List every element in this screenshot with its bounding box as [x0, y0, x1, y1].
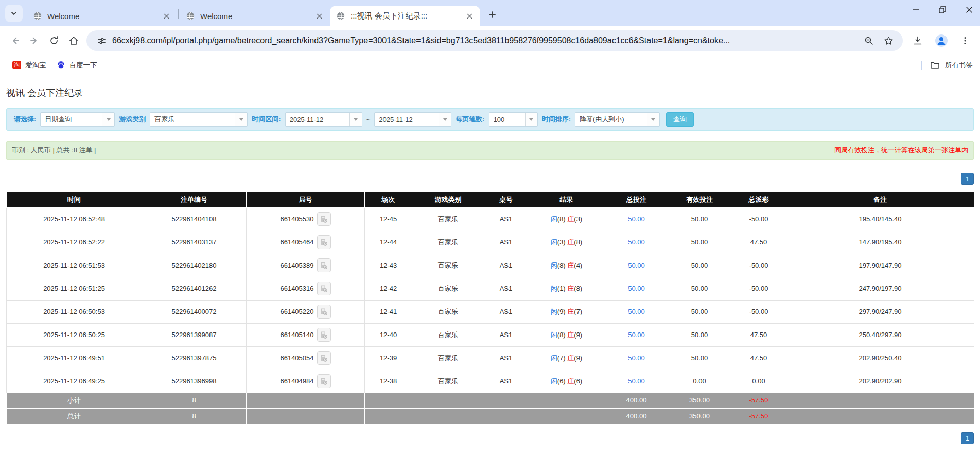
subtotal-cell-9: -57.50: [731, 393, 786, 408]
reload-icon[interactable]: [44, 31, 64, 50]
query-type-value[interactable]: [41, 113, 102, 126]
table-row: 2025-11-12 06:51:25522961401262661405316…: [7, 277, 974, 300]
new-tab-button[interactable]: [484, 7, 500, 22]
valid-bet-cell: 50.00: [668, 323, 731, 346]
bookmark-baidu[interactable]: 百度一下: [51, 59, 102, 72]
site-info-icon[interactable]: [93, 32, 110, 49]
video-replay-icon[interactable]: [317, 351, 331, 365]
column-header: 备注: [786, 192, 974, 207]
browser-tab-2[interactable]: Welcome: [180, 6, 330, 26]
bookmark-star-icon[interactable]: [880, 32, 897, 49]
browser-tab-3[interactable]: :::视讯 会员下注纪录:::: [330, 6, 480, 26]
back-icon[interactable]: [5, 31, 25, 50]
url-text[interactable]: 66cxkj98.com/ipl/portal.php/game/betreco…: [112, 36, 861, 45]
round-id-text: 661405220: [280, 308, 313, 315]
total-bet-link[interactable]: 50.00: [628, 308, 645, 315]
currency-summary-text: 币别 : 人民币 | 总共 :8 注单 |: [12, 146, 96, 155]
menu-dots-icon[interactable]: [955, 31, 975, 50]
downloads-icon[interactable]: [908, 31, 927, 50]
bet-time-cell: 2025-11-12 06:50:25: [7, 323, 142, 346]
browser-tab-1[interactable]: Welcome: [27, 6, 177, 26]
video-replay-icon[interactable]: [317, 374, 331, 388]
page-size-value[interactable]: [489, 113, 525, 126]
query-type-select[interactable]: [40, 112, 115, 127]
video-replay-icon[interactable]: [317, 258, 331, 272]
round-id-cell: 661405220: [247, 300, 365, 323]
note-cell: 247.90/197.90: [786, 277, 974, 300]
page-size-label: 每页笔数:: [456, 115, 484, 124]
round-id-cell: 661405140: [247, 323, 365, 346]
select-label: 请选择:: [14, 115, 36, 124]
date-separator: ~: [366, 116, 371, 124]
tab-close-icon[interactable]: [464, 10, 475, 22]
address-bar[interactable]: 66cxkj98.com/ipl/portal.php/game/betreco…: [86, 30, 903, 51]
folder-icon: [930, 60, 940, 70]
query-button[interactable]: 查询: [666, 112, 694, 127]
sort-select[interactable]: [575, 112, 660, 127]
banker-result: 庄: [567, 308, 574, 315]
total-bet-cell: 50.00: [605, 323, 668, 346]
total-bet-link[interactable]: 50.00: [628, 238, 645, 246]
payout-cell: -50.00: [731, 277, 786, 300]
table-row: 2025-11-12 06:49:51522961397875661405054…: [7, 346, 974, 370]
video-replay-icon[interactable]: [317, 235, 331, 249]
payout-cell: -50.00: [731, 300, 786, 323]
chevron-down-icon[interactable]: [525, 113, 537, 126]
page-1-button[interactable]: 1: [961, 173, 974, 185]
banker-result: 庄: [567, 285, 574, 292]
column-header: 总投注: [605, 192, 668, 207]
result-cell: 闲(1) 庄(8): [528, 277, 605, 300]
banker-result: 庄: [567, 238, 574, 246]
date-from-value[interactable]: [286, 113, 349, 126]
total-cell-7: 400.00: [605, 408, 668, 424]
all-bookmarks-label[interactable]: 所有书签: [945, 61, 973, 70]
window-close-button[interactable]: [962, 3, 976, 16]
total-bet-link[interactable]: 50.00: [628, 354, 645, 362]
total-bet-cell: 50.00: [605, 254, 668, 277]
tab-title: Welcome: [47, 12, 161, 21]
sort-value[interactable]: [575, 113, 647, 126]
zoom-out-icon[interactable]: [861, 32, 877, 49]
chevron-down-icon[interactable]: [439, 113, 451, 126]
bet-time-cell: 2025-11-12 06:52:48: [7, 207, 142, 231]
video-replay-icon[interactable]: [317, 282, 331, 295]
date-from-input[interactable]: [285, 112, 362, 127]
video-replay-icon[interactable]: [317, 212, 331, 226]
game-type-cell: 百家乐: [412, 254, 484, 277]
video-replay-icon[interactable]: [317, 328, 331, 342]
chevron-down-icon[interactable]: [647, 113, 659, 126]
forward-icon[interactable]: [25, 31, 44, 50]
tab-close-icon[interactable]: [161, 10, 172, 22]
page-size-select[interactable]: [489, 112, 538, 127]
subtotal-cell-5: [484, 393, 528, 408]
chevron-down-icon[interactable]: [349, 113, 362, 126]
window-restore-button[interactable]: [936, 3, 949, 16]
chevron-down-icon[interactable]: [102, 113, 114, 126]
total-bet-link[interactable]: 50.00: [628, 261, 645, 269]
total-row: 总计8400.00350.00-57.50: [7, 408, 974, 424]
tab-search-chevron-icon[interactable]: [5, 5, 23, 22]
total-bet-link[interactable]: 50.00: [628, 331, 645, 339]
total-bet-link[interactable]: 50.00: [628, 377, 645, 385]
profile-avatar[interactable]: [932, 31, 951, 50]
total-bet-link[interactable]: 50.00: [628, 285, 645, 292]
video-replay-icon[interactable]: [317, 305, 331, 319]
tab-close-icon[interactable]: [313, 10, 325, 22]
date-to-value[interactable]: [375, 113, 439, 126]
game-type-value[interactable]: [150, 113, 235, 126]
page-1-button[interactable]: 1: [961, 432, 974, 444]
window-minimize-button[interactable]: [909, 3, 922, 16]
note-cell: 202.90/250.40: [786, 346, 974, 370]
chevron-down-icon[interactable]: [235, 113, 247, 126]
game-type-select[interactable]: [150, 112, 248, 127]
date-to-input[interactable]: [374, 112, 451, 127]
table-header-row: 时间注单编号局号场次游戏类别桌号结果总投注有效投注总派彩备注: [7, 192, 974, 207]
total-cell-9: -57.50: [731, 408, 786, 424]
globe-icon: [186, 11, 195, 21]
bet-time-cell: 2025-11-12 06:49:51: [7, 346, 142, 370]
pagination-bottom: 1: [6, 432, 974, 444]
total-bet-link[interactable]: 50.00: [628, 215, 645, 223]
bookmark-taobao[interactable]: 淘 爱淘宝: [7, 59, 51, 72]
home-icon[interactable]: [64, 31, 83, 50]
table-no-cell: AS1: [484, 300, 528, 323]
